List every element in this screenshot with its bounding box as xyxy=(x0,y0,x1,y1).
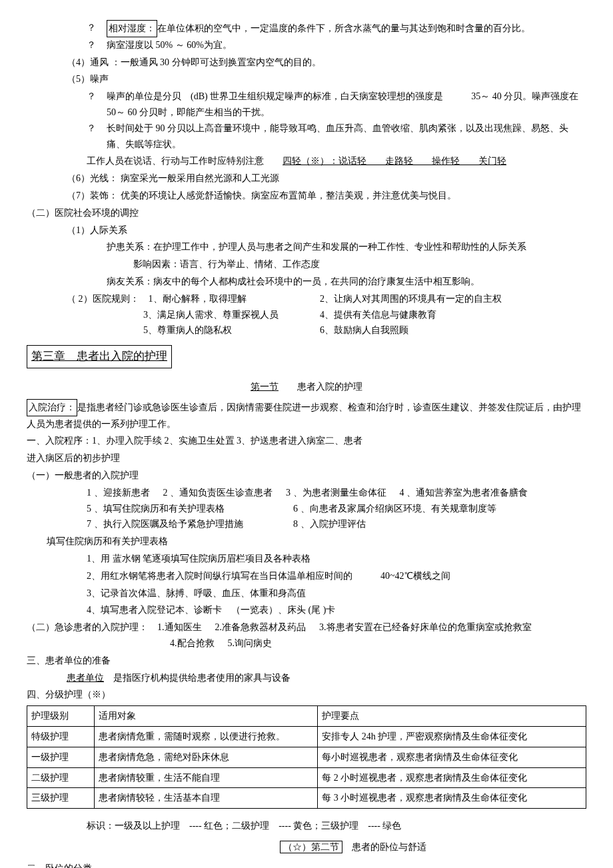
general-admission: （一）一般患者的入院护理 xyxy=(27,468,586,484)
rec3: 3、记录首次体温、脉搏、呼吸、血压、体重和身高值 xyxy=(87,586,586,602)
humidity-def: ？ 相对湿度：在单位体积的空气中，一定温度的条件下，所含水蒸气的量与其达到饱和时… xyxy=(87,20,586,37)
admission-def: 入院治疗：是指患者经门诊或急诊医生诊查后，因病情需要住院进一步观察、检查和治疗时… xyxy=(27,399,586,432)
r2c1: 一级护理 xyxy=(27,747,95,767)
section-social: （二）医院社会环境的调控 xyxy=(27,205,586,221)
sec-name: 患者入院的护理 xyxy=(297,382,362,392)
rule6: 6、鼓励病人自我照顾 xyxy=(320,322,408,338)
rules-row2: 3、满足病人需求、尊重探视人员 4、提供有关信息与健康教育 xyxy=(27,307,586,323)
r4c2: 患者病情较轻，生活基本自理 xyxy=(94,788,318,809)
h-level: 护理级别 xyxy=(27,706,95,727)
admit-row1: 1 、迎接新患者 2 、通知负责医生诊查患者 3 、为患者测量生命体征 4 、通… xyxy=(87,485,586,501)
unit-def: 患者单位 是指医疗机构提供给患者使用的家具与设备 xyxy=(67,670,586,686)
bullet-mark: ？ xyxy=(87,121,107,153)
noise-unit: ？ 噪声的单位是分贝 (dB) 世界卫生组织规定噪声的标准，白天病室较理想的强度… xyxy=(87,89,586,121)
admit-row2: 5 、填写住院病历和有关护理表格 6 、向患者及家属介绍病区环境、有关规章制度等 xyxy=(87,501,586,517)
item-decor: （7）装饰： 优美的环境让人感觉舒适愉快。病室应布置简单，整洁美观，并注意优美与… xyxy=(67,188,586,204)
unit-text: 是指医疗机构提供给患者使用的家具与设备 xyxy=(104,673,291,683)
factors: 影响因素：语言、行为举止、情绪、工作态度 xyxy=(133,256,586,272)
item-noise: （5）噪声 xyxy=(67,71,586,87)
a5: 5 、填写住院病历和有关护理表格 xyxy=(87,501,280,517)
text: 在单位体积的空气中，一定温度的条件下，所含水蒸气的量与其达到饱和时含量的百分比。 xyxy=(157,23,530,33)
rule5: 5、尊重病人的隐私权 xyxy=(143,322,320,338)
table-header: 护理级别 适用对象 护理要点 xyxy=(27,706,586,727)
admission-text: 是指患者经门诊或急诊医生诊查后，因病情需要住院进一步观察、检查和治疗时，诊查医生… xyxy=(27,402,581,429)
e3: 3.将患者安置在已经备好床单位的危重病室或抢救室 xyxy=(319,620,532,636)
a7: 7 、执行入院医嘱及给予紧急护理措施 xyxy=(87,516,280,532)
a8: 8 、入院护理评估 xyxy=(293,516,366,532)
table-row: 二级护理 患者病情较重，生活不能自理 每 2 小时巡视患者，观察患者病情及生命体… xyxy=(27,767,586,788)
rec1: 1、用 蓝水钢 笔逐项填写住院病历眉栏项目及各种表格 xyxy=(87,551,586,567)
r4c3: 每 3 小时巡视患者，观察患者病情及生命体征变化 xyxy=(318,788,586,809)
bullet-mark: ？ xyxy=(87,37,107,53)
a3: 3 、为患者测量生命体征 xyxy=(286,485,386,501)
admission-proc: 一、入院程序：1、办理入院手续 2、实施卫生处置 3、护送患者进入病室二、患者 xyxy=(27,433,586,449)
r1c2: 患者病情危重，需随时观察，以便进行抢救。 xyxy=(94,726,318,747)
text: 噪声的单位是分贝 (dB) 世界卫生组织规定噪声的标准，白天病室较理想的强度是 … xyxy=(107,89,586,121)
admit-row3: 7 、执行入院医嘱及给予紧急护理措施 8 、入院护理评估 xyxy=(87,516,586,532)
color-legend: 标识：一级及以上护理 ---- 红色；二级护理 ---- 黄色；三级护理 ---… xyxy=(87,818,586,834)
unit-underline: 患者单位 xyxy=(67,673,104,683)
a6: 6 、向患者及家属介绍病区环境、有关规章制度等 xyxy=(293,501,496,517)
rule2: 2、让病人对其周围的环境具有一定的自主权 xyxy=(320,291,502,307)
item-ventilation: （4）通风 ：一般通风 30 分钟即可达到换置室内空气的目的。 xyxy=(67,55,586,71)
rules-row3: 5、尊重病人的隐私权 6、鼓励病人自我照顾 xyxy=(27,322,586,338)
care-level-table: 护理级别 适用对象 护理要点 特级护理 患者病情危重，需随时观察，以便进行抢救。… xyxy=(27,705,586,809)
emergency-row2: 4.配合抢救 5.询问病史 xyxy=(170,636,586,651)
four-soft: 工作人员在说话、行动与工作时应特别注意 四轻（※）：说话轻 走路轻 操作轻 关门… xyxy=(87,153,586,169)
sec2-box: （☆）第二节 xyxy=(280,841,342,853)
chapter3-title: 第三章 患者出入院的护理 xyxy=(27,345,172,368)
item-light: （6）光线： 病室采光一般采用自然光源和人工光源 xyxy=(67,171,586,187)
r2c3: 每小时巡视患者，观察患者病情及生命体征变化 xyxy=(318,747,586,767)
r3c1: 二级护理 xyxy=(27,767,95,788)
nurse-patient: 护患关系：在护理工作中，护理人员与患者之间产生和发展的一种工作性、专业性和帮助性… xyxy=(107,239,586,255)
graded-care: 四、分级护理（※） xyxy=(27,687,586,703)
four-soft-underline: 四轻（※）：说话轻 走路轻 操作轻 关门轻 xyxy=(283,156,506,166)
e5: 5.询问病史 xyxy=(228,636,273,651)
r2c2: 患者病情危急，需绝对卧床休息 xyxy=(94,747,318,767)
patient-relations: 病友关系：病友中的每个人都构成社会环境中的一员，在共同的治疗康复生活中相互影响。 xyxy=(107,274,586,290)
e1: （二）急诊患者的入院护理： 1.通知医生 xyxy=(27,620,202,636)
r4c1: 三级护理 xyxy=(27,788,95,809)
emergency-row1: （二）急诊患者的入院护理： 1.通知医生 2.准备急救器材及药品 3.将患者安置… xyxy=(27,620,586,636)
rules-row1: （ 2）医院规则： 1、耐心解释，取得理解 2、让病人对其周围的环境具有一定的自… xyxy=(27,291,586,307)
rule4: 4、提供有关信息与健康教育 xyxy=(320,307,436,323)
a2: 2 、通知负责医生诊查患者 xyxy=(163,485,273,501)
r3c2: 患者病情较重，生活不能自理 xyxy=(94,767,318,788)
table-row: 特级护理 患者病情危重，需随时观察，以便进行抢救。 安排专人 24h 护理，严密… xyxy=(27,726,586,747)
sec2-name: 患者的卧位与舒适 xyxy=(352,842,426,852)
h-points: 护理要点 xyxy=(318,706,586,727)
bullet-mark: ？ xyxy=(87,20,107,37)
unit-prep: 三、患者单位的准备 xyxy=(27,653,586,669)
section2-title: （☆）第二节 患者的卧位与舒适 xyxy=(280,839,586,855)
r1c1: 特级护理 xyxy=(27,726,95,747)
sec-label: 第一节 xyxy=(251,382,279,392)
noise-effect: ？ 长时间处于 90 分贝以上高音量环境中，能导致耳鸣、血压升高、血管收缩、肌肉… xyxy=(87,121,586,153)
e4: 4.配合抢救 xyxy=(170,636,215,651)
section1-title: 第一节 患者入院的护理 xyxy=(27,379,586,395)
table-row: 一级护理 患者病情危急，需绝对卧床休息 每小时巡视患者，观察患者病情及生命体征变… xyxy=(27,747,586,767)
label-box: 相对湿度： xyxy=(107,20,157,37)
admission-box: 入院治疗： xyxy=(27,399,77,416)
rec4: 4、填写患者入院登记本、诊断卡 （一览表）、床头 (尾 )卡 xyxy=(87,602,586,618)
rule1: （ 2）医院规则： 1、耐心解释，取得理解 xyxy=(67,291,320,307)
e2: 2.准备急救器材及药品 xyxy=(215,620,306,636)
h-target: 适用对象 xyxy=(94,706,318,727)
admission-proc2: 进入病区后的初步护理 xyxy=(27,450,586,466)
prefix: 工作人员在说话、行动与工作时应特别注意 xyxy=(87,156,264,166)
rec2: 2、用红水钢笔将患者入院时间纵行填写在当日体温单相应时间的 40~42℃横线之间 xyxy=(87,568,586,584)
text: 长时间处于 90 分贝以上高音量环境中，能导致耳鸣、血压升高、血管收缩、肌肉紧张… xyxy=(107,121,586,153)
position-class: 二、卧位的分类 xyxy=(27,861,586,868)
fill-records: 填写住院病历和有关护理表格 xyxy=(47,534,586,550)
rule3: 3、满足病人需求、尊重探视人员 xyxy=(143,307,320,323)
bullet-mark: ？ xyxy=(87,89,107,121)
a1: 1 、迎接新患者 xyxy=(87,485,150,501)
r3c3: 每 2 小时巡视患者，观察患者病情及生命体征变化 xyxy=(318,767,586,788)
r1c3: 安排专人 24h 护理，严密观察病情及生命体征变化 xyxy=(318,726,586,747)
a4: 4 、通知营养室为患者准备膳食 xyxy=(400,485,528,501)
text: 病室湿度以 50% ～ 60%为宜。 xyxy=(107,37,232,53)
humidity-range: ？ 病室湿度以 50% ～ 60%为宜。 xyxy=(87,37,586,53)
item-relations: （1）人际关系 xyxy=(67,222,586,238)
table-row: 三级护理 患者病情较轻，生活基本自理 每 3 小时巡视患者，观察患者病情及生命体… xyxy=(27,788,586,809)
